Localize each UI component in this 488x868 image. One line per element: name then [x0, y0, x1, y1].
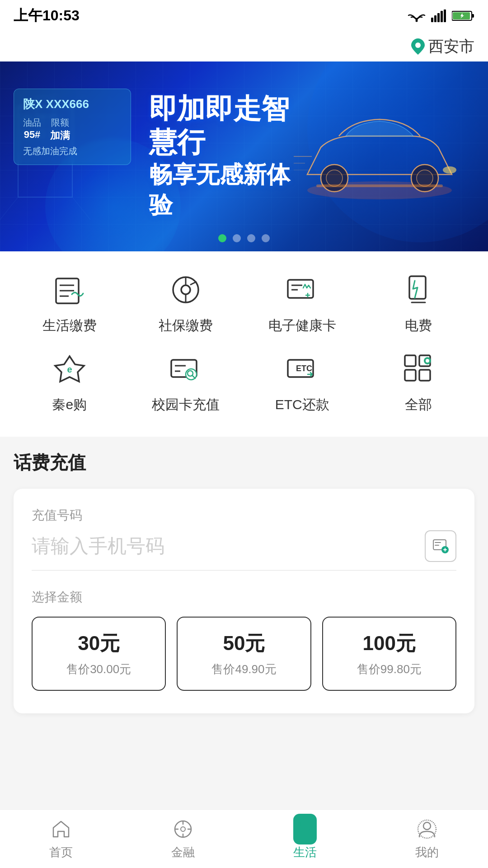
amount-value-50: 50元	[223, 630, 265, 657]
svg-point-60	[423, 822, 431, 830]
services-section: 生活缴费 社保缴费	[0, 251, 488, 437]
amount-option-30[interactable]: 30元 售价30.00元	[32, 617, 166, 691]
amount-option-100[interactable]: 100元 售价99.80元	[322, 617, 456, 691]
life-tab-icon-bg	[293, 814, 317, 844]
amount-label: 选择金额	[32, 589, 456, 606]
service-etc[interactable]: ETC ETC还款	[246, 349, 358, 414]
nav-label-finance: 金融	[171, 844, 195, 860]
svg-rect-47	[405, 370, 416, 381]
svg-rect-26	[316, 184, 443, 187]
svg-rect-59	[298, 822, 301, 826]
service-label-health: 电子健康卡	[268, 316, 336, 335]
nav-label-home: 首页	[49, 844, 73, 860]
svg-rect-48	[419, 370, 430, 381]
svg-point-32	[181, 285, 190, 294]
service-icon-all	[398, 349, 439, 389]
bottom-nav: 首页 金融 生活	[0, 809, 488, 868]
banner-car-area	[294, 111, 465, 202]
battery-icon	[452, 10, 474, 22]
dot-1	[218, 234, 226, 242]
svg-text:e: e	[67, 364, 72, 374]
amount-price-30: 售价30.00元	[66, 661, 131, 677]
nav-item-finance[interactable]: 金融	[122, 817, 244, 860]
service-icon-shebao	[165, 269, 206, 310]
svg-point-50	[426, 359, 429, 363]
status-time: 上午10:53	[14, 6, 80, 26]
svg-point-0	[416, 20, 418, 22]
location-icon	[411, 38, 425, 55]
nav-icon-life	[293, 817, 317, 841]
svg-rect-3	[437, 13, 440, 22]
status-bar: 上午10:53	[0, 0, 488, 32]
phone-input-row: 请输入手机号码	[32, 530, 456, 571]
service-icon-electric	[398, 269, 439, 310]
service-label-campus: 校园卡充值	[152, 396, 220, 414]
services-grid: 生活缴费 社保缴费	[14, 269, 474, 414]
svg-rect-2	[434, 15, 436, 22]
nav-label-life: 生活	[293, 844, 317, 860]
banner: 陕X XXX666 油品 95# 限额 加满 无感加油完成 即加即走智慧行 畅享…	[0, 61, 488, 251]
svg-rect-45	[405, 355, 416, 366]
service-label-all: 全部	[405, 396, 432, 414]
banner-content: 即加即走智慧行 畅享无感新体验	[0, 61, 488, 251]
nav-item-home[interactable]: 首页	[0, 817, 122, 860]
phone-input-label: 充值号码	[32, 507, 456, 524]
svg-rect-1	[431, 18, 433, 22]
banner-dots	[218, 234, 270, 242]
service-label-shenghuo: 生活缴费	[42, 316, 97, 335]
svg-text:ETC: ETC	[296, 364, 312, 373]
service-shenghuo[interactable]: 生活缴费	[14, 269, 126, 335]
nav-item-mine[interactable]: 我的	[366, 817, 488, 860]
nav-icon-home	[49, 817, 73, 841]
city-name: 西安市	[428, 36, 474, 57]
service-all[interactable]: 全部	[363, 349, 475, 414]
phone-placeholder[interactable]: 请输入手机号码	[32, 533, 164, 559]
amount-value-100: 100元	[363, 630, 416, 657]
location-bar: 西安市	[0, 32, 488, 61]
service-icon-qin-e: e	[49, 349, 90, 389]
service-shebao[interactable]: 社保缴费	[130, 269, 242, 335]
banner-text-block: 即加即走智慧行 畅享无感新体验	[149, 92, 294, 221]
service-label-electric: 电费	[405, 316, 432, 335]
nav-item-life[interactable]: 生活	[244, 817, 366, 860]
svg-point-25	[443, 166, 456, 174]
service-label-shebao: 社保缴费	[159, 316, 213, 335]
svg-point-9	[415, 42, 421, 48]
amount-option-50[interactable]: 50元 售价49.90元	[177, 617, 311, 691]
recharge-card: 充值号码 请输入手机号码 选择金额 30元 售价30.00元	[14, 489, 474, 713]
banner-title: 即加即走智慧行	[149, 92, 294, 160]
dot-2	[233, 234, 241, 242]
svg-point-24	[417, 170, 433, 186]
svg-rect-7	[472, 14, 474, 18]
svg-point-22	[326, 170, 343, 186]
service-icon-bill	[49, 269, 90, 310]
status-icons	[408, 9, 474, 23]
service-icon-campus	[165, 349, 206, 389]
service-health[interactable]: 电子健康卡	[246, 269, 358, 335]
service-electric[interactable]: 电费	[363, 269, 475, 335]
nav-icon-mine	[415, 817, 439, 841]
dot-3	[247, 234, 255, 242]
nav-icon-finance	[171, 817, 195, 841]
service-qin-e[interactable]: e 秦e购	[14, 349, 126, 414]
service-label-qine: 秦e购	[52, 396, 87, 414]
wifi-icon	[408, 9, 426, 23]
svg-rect-4	[441, 11, 443, 22]
contact-icon-button[interactable]	[425, 530, 456, 562]
recharge-title: 话费充值	[14, 450, 474, 475]
amount-value-30: 30元	[78, 630, 120, 657]
service-icon-etc: ETC	[282, 349, 323, 389]
amount-price-50: 售价49.90元	[211, 661, 276, 677]
service-icon-health	[282, 269, 323, 310]
amount-options: 30元 售价30.00元 50元 售价49.90元 100元 售价99.80元	[32, 617, 456, 691]
svg-point-54	[181, 827, 185, 831]
service-label-etc: ETC还款	[275, 396, 329, 414]
svg-rect-5	[444, 9, 446, 22]
nav-label-mine: 我的	[415, 844, 439, 860]
amount-price-100: 售价99.80元	[357, 661, 422, 677]
recharge-section: 话费充值 充值号码 请输入手机号码 选择金额 30元	[0, 437, 488, 713]
dot-4	[262, 234, 270, 242]
banner-subtitle: 畅享无感新体验	[149, 160, 294, 221]
signal-icon	[431, 9, 446, 22]
service-campus[interactable]: 校园卡充值	[130, 349, 242, 414]
